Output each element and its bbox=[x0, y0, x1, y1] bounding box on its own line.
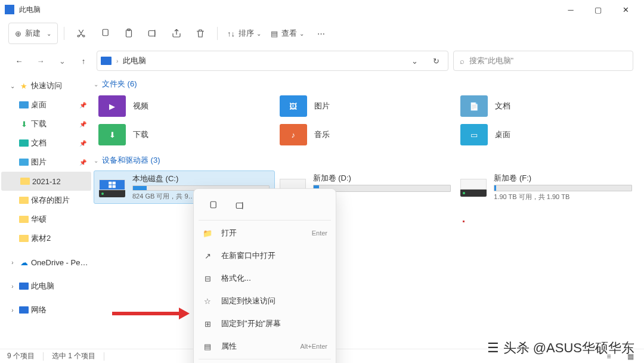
svg-rect-8 bbox=[210, 201, 216, 208]
new-button[interactable]: ⊕ 新建 ⌄ bbox=[8, 23, 58, 44]
ctx-properties[interactable]: ▤ 属性 Alt+Enter bbox=[194, 335, 336, 358]
drive-f[interactable]: 新加卷 (F:) 1.90 TB 可用，共 1.90 TB bbox=[456, 170, 637, 204]
hint: Alt+Enter bbox=[300, 343, 327, 350]
maximize-button[interactable]: ▢ bbox=[584, 0, 612, 19]
sidebar-item-onedrive[interactable]: › ☁ OneDrive - Personal bbox=[0, 253, 92, 272]
paste-button[interactable] bbox=[118, 23, 140, 44]
cloud-icon: ☁ bbox=[19, 257, 29, 267]
label: 桌面 bbox=[31, 100, 77, 110]
folder-downloads[interactable]: ⬇ 下载 bbox=[94, 120, 275, 149]
sidebar-item-thispc[interactable]: › 此电脑 bbox=[0, 277, 92, 296]
folder-videos[interactable]: ▶ 视频 bbox=[94, 92, 275, 120]
refresh-button[interactable]: ↻ bbox=[428, 52, 444, 69]
watermark-icon: ☰ bbox=[487, 342, 500, 355]
annotation-arrow bbox=[112, 308, 190, 319]
desktop-icon bbox=[19, 101, 29, 108]
chevron-down-icon: ⌄ bbox=[8, 83, 17, 89]
network-icon bbox=[19, 306, 29, 314]
copy-button[interactable] bbox=[94, 23, 116, 44]
download-icon: ⬇ bbox=[98, 124, 126, 145]
folder-pictures[interactable]: 🖼 图片 bbox=[275, 92, 456, 120]
forward-button[interactable]: → bbox=[32, 52, 49, 69]
address-bar[interactable]: › 此电脑 ⌄ ↻ bbox=[97, 51, 448, 71]
history-button[interactable]: ⌄ bbox=[406, 52, 423, 69]
cut-button[interactable] bbox=[70, 23, 92, 44]
up-button[interactable]: ↑ bbox=[75, 52, 92, 69]
search-placeholder: 搜索"此电脑" bbox=[469, 55, 513, 66]
separator bbox=[43, 352, 44, 361]
chevron-down-icon: ⌄ bbox=[256, 30, 261, 37]
label: 2021-12 bbox=[32, 177, 89, 186]
pin-icon: 📌 bbox=[79, 121, 90, 128]
ctx-pin-start[interactable]: ⊞ 固定到"开始"屏幕 bbox=[194, 312, 336, 335]
star-icon: ★ bbox=[19, 81, 29, 91]
sidebar-item-asus[interactable]: 华硕 bbox=[0, 210, 92, 229]
ctx-new-window[interactable]: ↗ 在新窗口中打开 bbox=[194, 244, 336, 267]
folder-music[interactable]: ♪ 音乐 bbox=[275, 120, 456, 149]
window-title: 此电脑 bbox=[19, 5, 557, 15]
sidebar-item-desktop[interactable]: 桌面 📌 bbox=[0, 95, 92, 114]
sort-label: 排序 bbox=[239, 28, 254, 39]
label: 快速访问 bbox=[31, 80, 90, 91]
view-label: 查看 bbox=[281, 28, 297, 39]
copy-button[interactable] bbox=[202, 195, 224, 216]
close-button[interactable]: ✕ bbox=[612, 0, 639, 19]
pc-icon bbox=[101, 57, 112, 65]
delete-button[interactable] bbox=[190, 23, 211, 44]
rename-button[interactable] bbox=[230, 195, 251, 216]
ctx-open[interactable]: 📁 打开 Enter bbox=[194, 222, 336, 244]
minimize-button[interactable]: ─ bbox=[557, 0, 584, 19]
svg-rect-3 bbox=[148, 31, 155, 36]
sidebar-item-documents[interactable]: 文档 📌 bbox=[0, 134, 92, 153]
new-label: 新建 bbox=[25, 28, 41, 39]
sidebar-item-quick[interactable]: ⌄ ★ 快速访问 bbox=[0, 76, 92, 95]
recent-button[interactable]: ⌄ bbox=[54, 52, 70, 69]
sidebar-item-material[interactable]: 素材2 bbox=[0, 229, 92, 248]
sidebar-item-saved[interactable]: 保存的图片 bbox=[0, 191, 92, 210]
share-button[interactable] bbox=[166, 23, 187, 44]
svg-rect-6 bbox=[109, 185, 112, 188]
sidebar-item-folder1[interactable]: 2021-12 bbox=[1, 172, 91, 191]
label: 打开 bbox=[221, 228, 304, 238]
label: 华硕 bbox=[31, 214, 90, 225]
ctx-pin-quick[interactable]: ☆ 固定到快速访问 bbox=[194, 290, 336, 312]
app-icon bbox=[5, 5, 14, 14]
sidebar: ⌄ ★ 快速访问 桌面 📌 ⬇ 下载 📌 文档 📌 图片 📌 2021-12 bbox=[0, 74, 92, 349]
label: 文档 bbox=[31, 138, 77, 148]
drive-name: 新加卷 (D:) bbox=[313, 173, 451, 184]
sidebar-item-network[interactable]: › 网络 bbox=[0, 300, 92, 319]
search-input[interactable]: ⌕ 搜索"此电脑" bbox=[453, 51, 633, 71]
view-button[interactable]: ▤ 查看 ⌄ bbox=[267, 23, 308, 44]
more-button[interactable]: ⋯ bbox=[310, 23, 332, 44]
label: 保存的图片 bbox=[31, 195, 90, 206]
document-icon: 📄 bbox=[460, 95, 488, 117]
folder-icon bbox=[19, 235, 29, 242]
rename-button[interactable] bbox=[142, 23, 163, 44]
watermark-text: 头杀 @ASUS华硕华东 bbox=[503, 339, 634, 357]
folder-desktop[interactable]: ▭ 桌面 bbox=[456, 120, 637, 149]
drives-grid: 本地磁盘 (C:) 824 GB 可用，共 9… 新加卷 (D:) .73 TB… bbox=[94, 170, 637, 204]
ctx-format[interactable]: ⊟ 格式化... bbox=[194, 267, 336, 290]
label: 下载 bbox=[133, 129, 148, 140]
label: 网络 bbox=[31, 305, 90, 315]
pin-icon: 📌 bbox=[79, 102, 90, 108]
ctx-top-actions bbox=[194, 193, 336, 219]
sort-icon: ↑↓ bbox=[227, 29, 235, 38]
folder-documents[interactable]: 📄 文档 bbox=[456, 92, 637, 120]
group-folders[interactable]: ⌄ 文件夹 (6) bbox=[94, 76, 637, 92]
group-drives[interactable]: ⌄ 设备和驱动器 (3) bbox=[94, 153, 637, 168]
chevron-right-icon: › bbox=[8, 307, 17, 314]
external-icon: ↗ bbox=[202, 252, 213, 260]
ctx-more[interactable]: ⊞ 显示更多选项 Shift+F10 bbox=[194, 361, 336, 363]
drive-name: 本地磁盘 (C:) bbox=[132, 173, 270, 184]
sort-button[interactable]: ↑↓ 排序 ⌄ bbox=[224, 23, 265, 44]
sidebar-item-downloads[interactable]: ⬇ 下载 📌 bbox=[0, 114, 92, 134]
selected-count: 选中 1 个项目 bbox=[52, 351, 95, 361]
sidebar-item-pictures[interactable]: 图片 📌 bbox=[0, 153, 92, 172]
pc-icon bbox=[19, 283, 29, 290]
chevron-right-icon: › bbox=[8, 283, 17, 290]
back-button[interactable]: ← bbox=[11, 52, 27, 69]
download-icon: ⬇ bbox=[19, 119, 29, 129]
label: 图片 bbox=[31, 157, 77, 167]
chevron-down-icon: ⌄ bbox=[299, 30, 304, 37]
